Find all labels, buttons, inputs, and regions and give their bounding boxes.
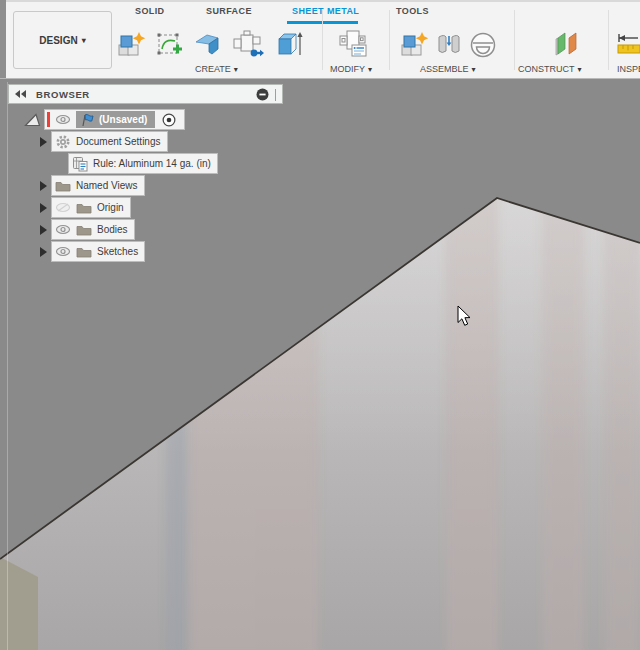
expander-icon[interactable] (40, 225, 47, 235)
folder-icon (76, 202, 92, 214)
folder-icon (76, 224, 92, 236)
flat-pattern-button[interactable] (336, 27, 370, 63)
tree-item-label: Rule: Aluminum 14 ga. (in) (93, 158, 211, 169)
construction-plane-icon (551, 29, 583, 61)
tab-surface[interactable]: SURFACE (206, 6, 252, 16)
extrude-icon (272, 28, 306, 62)
as-built-joint-button[interactable] (466, 27, 500, 63)
window-left-edge (0, 0, 6, 78)
remove-minus-icon[interactable] (256, 88, 269, 101)
sheet-rule-icon (72, 156, 88, 172)
group-divider (514, 10, 515, 70)
flange-button[interactable] (191, 27, 225, 63)
new-component-icon (115, 29, 147, 61)
tree-row-sheet-metal-rule[interactable]: Rule: Aluminum 14 ga. (in) (68, 153, 218, 174)
create-sketch-button[interactable] (153, 27, 187, 63)
flange-icon (192, 29, 224, 61)
joint-button[interactable] (434, 27, 464, 63)
joint-icon (435, 29, 463, 61)
folder-icon (76, 246, 92, 258)
extrude-button[interactable] (272, 27, 306, 63)
window-top-edge (0, 0, 640, 2)
create-group-label[interactable]: CREATE ▾ (195, 64, 238, 74)
measure-button[interactable] (616, 27, 640, 63)
design-flag-icon (80, 113, 95, 127)
assemble-group-label[interactable]: ASSEMBLE ▾ (420, 64, 476, 74)
group-divider (608, 10, 609, 70)
as-built-joint-icon (467, 29, 499, 61)
new-component-icon (398, 29, 430, 61)
visibility-eye-icon[interactable] (55, 224, 71, 235)
convert-to-sheet-metal-icon (230, 29, 264, 61)
tree-item-label: Document Settings (76, 136, 161, 147)
expander-icon[interactable] (40, 137, 47, 147)
selection-red-bar (47, 112, 50, 127)
root-document-label: (Unsaved) (99, 114, 147, 125)
selected-root-chip[interactable]: (Unsaved) (76, 111, 155, 128)
visibility-eye-off-icon[interactable] (55, 202, 71, 213)
chevron-down-icon: ▾ (82, 36, 86, 45)
tab-tools[interactable]: TOOLS (396, 6, 429, 16)
activate-radio-icon[interactable] (160, 111, 178, 129)
tree-row-sketches[interactable]: Sketches (40, 241, 145, 262)
tree-row-origin[interactable]: Origin (40, 197, 131, 218)
modify-group-label[interactable]: MODIFY ▾ (330, 64, 372, 74)
fusion360-window: SOLID SURFACE SHEET METAL TOOLS DESIGN ▾ (0, 0, 640, 650)
chevron-down-icon: ▾ (234, 65, 238, 74)
tree-row-bodies[interactable]: Bodies (40, 219, 135, 240)
group-divider (322, 10, 323, 70)
folder-icon (55, 180, 71, 192)
tab-solid[interactable]: SOLID (135, 6, 165, 16)
group-divider (389, 10, 390, 70)
tree-item-label: Bodies (97, 224, 128, 235)
expander-icon[interactable] (40, 203, 47, 213)
collapse-panel-icon[interactable] (14, 89, 28, 99)
browser-header[interactable]: BROWSER (8, 84, 283, 104)
construction-plane-button[interactable] (550, 27, 584, 63)
create-sketch-icon (154, 29, 186, 61)
flat-pattern-icon (337, 29, 369, 61)
gear-icon (55, 134, 71, 150)
expander-icon[interactable] (40, 247, 47, 257)
inspect-group-label[interactable]: INSPECT (617, 64, 640, 74)
design-menu-label: DESIGN (39, 35, 77, 46)
tab-sheet-metal[interactable]: SHEET METAL (292, 6, 359, 16)
tree-row-document-settings[interactable]: Document Settings (40, 131, 168, 152)
chevron-down-icon: ▾ (578, 65, 582, 74)
chevron-down-icon: ▾ (368, 65, 372, 74)
design-menu-button[interactable]: DESIGN ▾ (13, 11, 112, 69)
expander-icon[interactable] (40, 181, 47, 191)
convert-to-sheet-metal-button[interactable] (230, 27, 264, 63)
tree-item-label: Sketches (97, 246, 138, 257)
assemble-new-component-button[interactable] (397, 27, 431, 63)
browser-title: BROWSER (36, 89, 90, 100)
visibility-eye-icon[interactable] (55, 246, 71, 257)
root-expander-icon[interactable] (24, 112, 41, 127)
tree-item-label: Origin (97, 202, 124, 213)
new-component-button[interactable] (114, 27, 148, 63)
ribbon-toolbar: SOLID SURFACE SHEET METAL TOOLS DESIGN ▾ (0, 0, 640, 79)
browser-root-row[interactable]: (Unsaved) (24, 109, 185, 130)
construct-group-label[interactable]: CONSTRUCT ▾ (518, 64, 582, 74)
measure-icon (616, 29, 640, 61)
tree-item-label: Named Views (76, 180, 138, 191)
tree-row-named-views[interactable]: Named Views (40, 175, 145, 196)
visibility-eye-icon[interactable] (55, 114, 71, 125)
chevron-down-icon: ▾ (472, 65, 476, 74)
panel-resize-grip[interactable] (275, 89, 276, 101)
